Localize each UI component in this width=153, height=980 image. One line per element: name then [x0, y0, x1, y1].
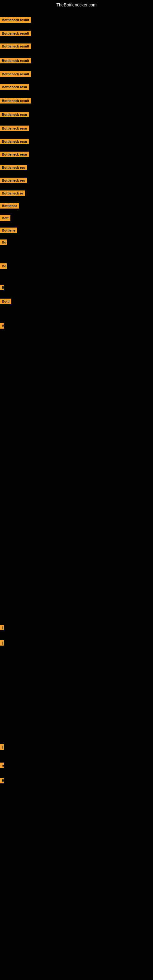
bottleneck-result-item: Bottl — [0, 299, 11, 305]
bottleneck-result-item: | — [0, 625, 4, 632]
bottleneck-result-item: Bottleneck result — [0, 17, 31, 24]
bottleneck-badge: Bottleneck result — [0, 43, 31, 49]
bottleneck-badge: Bottleneck result — [0, 30, 31, 36]
bottleneck-badge: Bott — [0, 215, 10, 221]
bottleneck-result-item: Bottleneck result — [0, 58, 31, 65]
bottleneck-result-item: n — [0, 762, 4, 769]
bottleneck-badge: B — [0, 323, 4, 329]
bottleneck-result-item: Bottleneck result — [0, 98, 31, 105]
site-title: TheBottlenecker.com — [0, 0, 153, 10]
bottleneck-result-item: | — [0, 640, 4, 647]
bottleneck-badge: Bottleneck resu — [0, 84, 29, 90]
bottleneck-result-item: Bottlenec — [0, 203, 19, 210]
bottleneck-badge: B — [0, 285, 4, 290]
bottleneck-result-item: Bottleneck resu — [0, 84, 29, 91]
bottleneck-badge: Bottlenec — [0, 203, 19, 208]
bottleneck-badge: n — [0, 762, 4, 768]
bottleneck-result-item: B — [0, 323, 4, 330]
bottleneck-badge: Bo — [0, 240, 7, 245]
bottleneck-badge: Bottleneck res — [0, 165, 27, 170]
bottleneck-badge: Bottlene — [0, 228, 17, 233]
bottleneck-badge: Bottleneck result — [0, 58, 31, 64]
bottleneck-result-item: Bottleneck result — [0, 72, 31, 78]
bottleneck-badge: Bo — [0, 263, 7, 269]
bottleneck-result-item: Bottleneck resu — [0, 151, 29, 158]
bottleneck-result-item: Bottleneck resu — [0, 126, 29, 132]
bottleneck-badge: | — [0, 625, 4, 630]
bottleneck-result-item: Bottleneck result — [0, 30, 31, 37]
bottleneck-badge: Bottleneck res — [0, 178, 27, 183]
bottleneck-badge: Bottleneck result — [0, 98, 31, 103]
bottleneck-result-item: | — [0, 744, 4, 751]
bottleneck-result-item: Bottleneck re — [0, 191, 25, 197]
bottleneck-badge: Bottleneck resu — [0, 112, 29, 117]
bottleneck-result-item: Bo — [0, 263, 7, 270]
bottleneck-result-item: B — [0, 778, 4, 784]
bottleneck-badge: | — [0, 640, 4, 646]
bottleneck-badge: Bottleneck resu — [0, 126, 29, 131]
bottleneck-result-item: Bottleneck result — [0, 43, 31, 50]
bottleneck-result-item: Bottleneck resu — [0, 139, 29, 145]
bottleneck-badge: Bottleneck result — [0, 17, 31, 23]
bottleneck-result-item: Bottlene — [0, 228, 17, 234]
bottleneck-badge: | — [0, 744, 4, 750]
bottleneck-badge: Bottleneck resu — [0, 151, 29, 157]
bottleneck-badge: B — [0, 778, 4, 783]
bottleneck-badge: Bottleneck resu — [0, 139, 29, 144]
bottleneck-result-item: Bo — [0, 240, 7, 246]
bottleneck-badge: Bottl — [0, 299, 11, 304]
bottleneck-badge: Bottleneck result — [0, 72, 31, 77]
bottleneck-result-item: Bottleneck resu — [0, 112, 29, 119]
bottleneck-result-item: B — [0, 285, 4, 291]
bottleneck-result-item: Bottleneck res — [0, 178, 27, 185]
bottleneck-result-item: Bottleneck res — [0, 165, 27, 172]
bottleneck-result-item: Bott — [0, 215, 10, 222]
bottleneck-badge: Bottleneck re — [0, 191, 25, 196]
